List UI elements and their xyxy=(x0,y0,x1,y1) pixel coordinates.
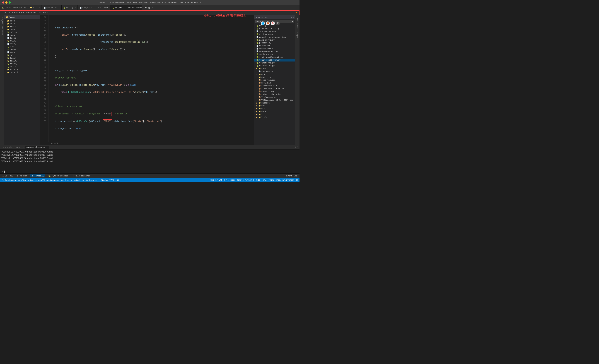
chrome-icon[interactable]: 🌐 xyxy=(261,21,265,25)
remote-file[interactable]: 🐍plot_curve.py xyxy=(254,39,295,42)
code-line: # load train data set xyxy=(50,105,253,108)
remote-file[interactable]: 🐍draw_box_utils.py xyxy=(254,27,295,30)
remote-file[interactable]: 📦val2017.zip.aria2 xyxy=(254,93,295,96)
event-log-item[interactable]: Event Log xyxy=(285,175,298,177)
code-container[interactable]: 4950515253 5455565758 5960616263 6465666… xyxy=(40,15,254,142)
right-tabs: Remote Host Database xyxy=(295,15,300,145)
remote-folder[interactable]: ▶ 📁runs xyxy=(254,67,295,70)
tree-item[interactable]: 📄recor_ xyxy=(4,51,40,54)
remote-file[interactable]: 📄record_mAP.txt xyxy=(254,47,295,50)
remote-file[interactable]: 📦train2017.zip xyxy=(254,85,295,87)
remote-folder[interactable]: ▶ 📁dev xyxy=(254,104,295,107)
firefox-icon[interactable]: 🦊 xyxy=(266,21,270,25)
terminal-content[interactable]: VOCdevkit/VOC2007/Annotations/001069.xml… xyxy=(0,150,300,170)
sidebar-tab-project[interactable]: Project xyxy=(1,17,3,25)
remote-file[interactable]: 📄fasterRCNN.png xyxy=(254,30,295,33)
line-numbers: 4950515253 5455565758 5960616263 6465666… xyxy=(40,15,49,142)
remote-file[interactable]: 📦VisDrone.zip xyxy=(254,96,295,99)
tab-project-file[interactable]: 🐍 train_res50_fpn.py xyxy=(0,5,28,10)
remote-file-tree: 🐍del.py 🐍draw_box_utils.py 📄fasterRCNN.p… xyxy=(254,24,295,145)
remote-file[interactable]: 🐍my_dataset.py xyxy=(254,33,295,36)
close-panel-icon[interactable]: × xyxy=(292,16,294,18)
tree-item[interactable]: 🐍train_ xyxy=(4,59,40,62)
remote-file[interactable]: 📦RTTS.zip xyxy=(254,82,295,85)
tree-item[interactable]: 🐍split_ xyxy=(4,54,40,57)
remote-folder[interactable]: ▼ 📁miya xyxy=(254,73,295,76)
tree-item[interactable]: 📄draw_ xyxy=(4,34,40,37)
tab-requirements[interactable]: 📄 <miya> /.../requirements.txt × xyxy=(78,5,110,10)
terminal-tab-gpu[interactable]: gpu253.mistgpu.xyz xyxy=(25,146,49,149)
terminal-tabs: Terminal: Local × gpu253.mistgpu.xyz × +… xyxy=(0,145,300,150)
remote-folder[interactable]: 📁coco_vis xyxy=(254,76,295,79)
tree-item[interactable]: 📁netw xyxy=(4,22,40,25)
code-line xyxy=(50,62,253,65)
tree-item[interactable]: 🐍my_c_ xyxy=(4,40,40,42)
remote-folder[interactable]: ▶ 📁lib64 xyxy=(254,116,295,119)
terminal-close-icon[interactable]: × xyxy=(297,146,298,149)
browser-icon[interactable]: X xyxy=(276,21,280,25)
file-transfer-toolbar-item[interactable]: ↕ File Transfer xyxy=(72,175,91,177)
remote-folder[interactable]: ▶ 📁etc xyxy=(254,107,295,110)
run-toolbar-item[interactable]: ▶ 4: Run xyxy=(16,174,28,177)
remote-file[interactable]: 📦val2017.zip xyxy=(254,90,295,93)
tree-item[interactable]: 🐍train_ xyxy=(4,57,40,59)
terminal-tab-add[interactable]: + xyxy=(52,146,56,149)
settings-icon[interactable]: ⚙ xyxy=(291,16,292,18)
code-line: # VOCdevkit -> VOC2012 -> ImageSets -> M… xyxy=(50,112,253,116)
remote-file[interactable]: 📄README.md xyxy=(254,44,295,47)
terminal-toolbar-item[interactable]: 🖥 Terminal xyxy=(30,174,45,177)
remote-file[interactable]: 🐍train_mobilenetv2.py xyxy=(254,56,295,59)
code-line: "val": transforms.Compose([transforms.To… xyxy=(50,48,253,51)
remote-file[interactable]: 📄requirements.txt xyxy=(254,50,295,53)
remote-folder[interactable]: ▶ 📁lib xyxy=(254,113,295,116)
opera-icon[interactable]: O xyxy=(271,21,275,25)
minimize-button[interactable] xyxy=(5,1,8,4)
code-line: } xyxy=(50,55,253,58)
tree-external[interactable]: 📁External xyxy=(4,68,40,71)
remote-file[interactable]: 📄yolov8n.pt xyxy=(254,70,295,73)
remote-file[interactable]: 🐍predict.py xyxy=(254,42,295,44)
remote-folder[interactable]: ▶ 📁dataset xyxy=(254,102,295,104)
right-tab-remote-host[interactable]: Remote Host xyxy=(296,16,299,30)
left-tab-bar: Project Structure xyxy=(0,15,4,145)
remote-folder[interactable]: ▶ 📁home xyxy=(254,110,295,113)
code-line: transforms.RandomHorizontalFlip(0.5)]), xyxy=(50,40,253,44)
sidebar-tab-structure[interactable]: Structure xyxy=(1,25,3,36)
tree-item[interactable]: 📁back xyxy=(4,19,40,22)
todo-toolbar-item[interactable]: ⚠ 8: TODO xyxy=(1,174,14,177)
remote-file[interactable]: 🐍transforms.py xyxy=(254,61,295,64)
tree-item[interactable]: 🐍trans_ xyxy=(4,62,40,65)
remote-file[interactable]: 🐍validation.py xyxy=(254,64,295,67)
tree-scratch[interactable]: 📁Scratch xyxy=(4,71,40,74)
terminal-line: VOCdevkit/VOC2007/Annotations/001072.xml xyxy=(1,157,298,160)
tree-item[interactable]: 🐍valid_ xyxy=(4,65,40,68)
maximize-button[interactable] xyxy=(9,1,11,4)
tree-item[interactable]: 📁train_ xyxy=(4,25,40,28)
remote-file[interactable]: 📦VOCtrainval_06-Nov-2007.tar xyxy=(254,99,295,102)
remote-file[interactable]: 📦train2017.zip.aria2 xyxy=(254,87,295,90)
code-editor[interactable]: data_transform = { "train": transforms.C… xyxy=(49,15,254,142)
right-tab-database[interactable]: Database xyxy=(296,30,299,41)
tab-readme[interactable]: 📄 README.md × xyxy=(42,5,62,10)
title-text: faster_rcnn — <89b30aef-585a-42a8-9b35-6… xyxy=(98,1,201,4)
tree-item[interactable]: 📄pasc_ xyxy=(4,42,40,45)
tab-train-res50[interactable]: 🐍 <miya> /.../train_res50_fpn.py × xyxy=(110,5,142,10)
python-console-toolbar-item[interactable]: 🐍 Python Console xyxy=(47,174,70,177)
remote-file-selected[interactable]: 🐍train_res50_fpn.py xyxy=(254,59,295,61)
terminal-settings-icon[interactable]: ⚙ xyxy=(295,146,296,149)
tree-item[interactable]: 📄faste_ xyxy=(4,37,40,40)
code-line: "train": transforms.Compose([transforms.… xyxy=(50,33,253,37)
tab-p[interactable]: 📁 P... × xyxy=(28,5,42,10)
tree-item[interactable]: 🐍del.py xyxy=(4,31,40,34)
terminal-line: VOCdevkit/VOC2007/Annotations/001071.xml xyxy=(1,153,298,157)
close-button[interactable] xyxy=(2,1,4,4)
tree-item[interactable]: 📁chan_ xyxy=(4,28,40,31)
remote-file[interactable]: 📦coco_vis.zip xyxy=(254,79,295,82)
tree-item[interactable]: 🐍plot_ xyxy=(4,45,40,48)
tab-del-py[interactable]: 🐍 del.py × xyxy=(62,5,78,10)
remote-file[interactable]: 📄pascal_voc_classes.json xyxy=(254,36,295,39)
remote-file[interactable]: 🐍split_data.py xyxy=(254,53,295,56)
project-tree: 📁back 📁netw 📁train_ 📁chan_ 🐍del.py 📄draw… xyxy=(4,19,40,145)
tree-item[interactable]: 🐍predi_ xyxy=(4,48,40,51)
terminal-tab-local[interactable]: Local xyxy=(13,146,22,149)
